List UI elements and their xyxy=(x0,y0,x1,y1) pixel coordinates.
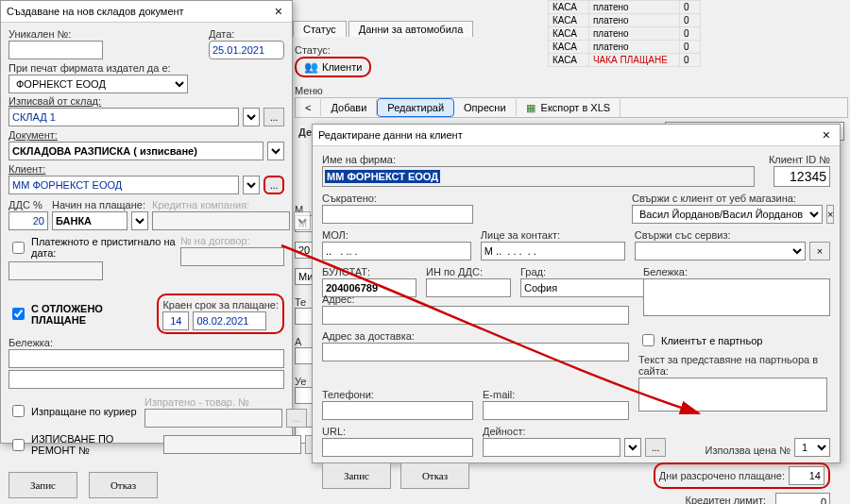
mol-input[interactable] xyxy=(322,242,471,260)
table-row: КАСАплатено0 xyxy=(549,1,701,14)
firm-name-input[interactable]: ММ ФОРНЕКСТ ЕООД xyxy=(322,166,755,187)
left-note-input-1[interactable] xyxy=(8,349,284,368)
courier-label: Изпращане по куриер xyxy=(31,406,137,417)
partner-text-label: Текст за представяне на партньора в сайт… xyxy=(638,354,827,377)
deadline-date-input[interactable] xyxy=(193,311,266,330)
edit-button[interactable]: Редактирай xyxy=(377,98,454,117)
address-input[interactable] xyxy=(322,306,629,325)
courier-checkbox[interactable] xyxy=(12,405,25,417)
contract-no-label: № на договор: xyxy=(180,235,284,246)
client-id-input[interactable] xyxy=(774,166,830,187)
credit-company-select xyxy=(294,211,311,230)
print-firm-label: При печат фирмата издател да е: xyxy=(8,62,284,74)
repair-checkbox[interactable] xyxy=(12,439,25,451)
credit-limit-label: Кредитен лимит: xyxy=(686,495,767,504)
date-label: Дата: xyxy=(209,28,284,40)
payment-arrived-label: Платежното е пристигнало на дата: xyxy=(31,236,177,259)
dds-input[interactable] xyxy=(8,211,48,230)
tab-car-data[interactable]: Данни за автомобила xyxy=(348,21,474,37)
dlg-cancel-button[interactable]: Отказ xyxy=(400,462,469,489)
deferred-payment-label: С ОТЛОЖЕНО ПЛАЩАНЕ xyxy=(31,303,153,326)
contact-label: Лице за контакт: xyxy=(481,229,625,241)
left-note-input-2[interactable] xyxy=(8,370,284,389)
activity-input[interactable] xyxy=(483,438,620,457)
contract-no-input xyxy=(180,247,284,266)
short-label: Съкратено: xyxy=(322,193,473,204)
service-link-select[interactable] xyxy=(635,242,806,260)
shipped-no-input xyxy=(144,409,282,428)
date-input[interactable] xyxy=(209,41,284,59)
client-select[interactable] xyxy=(243,176,260,194)
from-store-browse-button[interactable]: ... xyxy=(264,108,284,126)
deferred-payment-checkbox[interactable] xyxy=(12,308,25,320)
back-button[interactable]: < xyxy=(296,99,321,116)
url-label: URL: xyxy=(322,426,473,437)
left-save-button[interactable]: Запис xyxy=(8,472,77,498)
payment-arrived-checkbox[interactable] xyxy=(12,242,25,254)
unique-no-input[interactable] xyxy=(8,41,103,59)
client-label: Клиент: xyxy=(8,163,284,175)
shop-link-select[interactable]: Васил Йорданов/Васил Йорданов xyxy=(632,205,823,224)
toolbar: < Добави Редактирай Опресни ▦ Експорт в … xyxy=(295,97,848,118)
repair-label: ИЗПИСВАНЕ ПО РЕМОНТ № xyxy=(31,433,160,456)
dialog-title: Редактиране данни на клиент xyxy=(318,129,463,141)
menu-label: Меню xyxy=(295,85,848,96)
credit-limit-input[interactable] xyxy=(775,493,830,504)
credit-company-input xyxy=(152,211,290,230)
partner-checkbox[interactable] xyxy=(642,334,654,346)
activity-label: Дейност: xyxy=(483,426,629,437)
pay-select[interactable] xyxy=(131,211,148,230)
dlg-save-button[interactable]: Запис xyxy=(322,462,391,489)
doc-select[interactable] xyxy=(267,142,284,160)
partner-text-textarea[interactable] xyxy=(638,378,827,412)
deadline-days-input[interactable] xyxy=(162,311,189,330)
shop-link-label: Свържи с клиент от уеб магазина: xyxy=(632,193,830,204)
refresh-button[interactable]: Опресни xyxy=(454,99,516,116)
url-input[interactable] xyxy=(322,438,473,457)
from-store-select[interactable] xyxy=(243,108,260,126)
email-input[interactable] xyxy=(483,401,629,420)
firm-name-label: Име на фирма: xyxy=(322,154,755,165)
export-xls-button[interactable]: ▦ Експорт в XLS xyxy=(517,99,621,117)
price-no-select[interactable]: 1 xyxy=(794,438,830,457)
tab-status[interactable]: Статус xyxy=(293,21,347,37)
deferred-days-label: Дни разсрочено плащане: xyxy=(659,470,785,481)
dialog-close-icon[interactable]: × xyxy=(819,127,834,143)
dds-label: ДДС % xyxy=(8,199,48,210)
dlg-note-textarea[interactable] xyxy=(643,278,830,316)
delivery-addr-label: Адрес за доставка: xyxy=(322,330,629,342)
short-input[interactable] xyxy=(322,205,473,224)
contact-input[interactable] xyxy=(481,242,625,260)
doc-input[interactable] xyxy=(8,142,264,160)
client-browse-button[interactable]: ... xyxy=(264,176,284,194)
service-link-clear-button[interactable]: × xyxy=(809,242,830,260)
shipped-browse-button: ... xyxy=(286,409,307,428)
client-input[interactable] xyxy=(8,176,239,194)
payment-date-input xyxy=(8,261,103,280)
from-store-label: Изписвай от склад: xyxy=(8,95,284,107)
from-store-input[interactable] xyxy=(8,108,239,126)
shop-link-clear-button[interactable]: × xyxy=(826,205,834,224)
phones-input[interactable] xyxy=(322,401,473,420)
deadline-label: Краен срок за плащане: xyxy=(162,299,279,311)
left-cancel-button[interactable]: Отказ xyxy=(89,472,158,498)
print-firm-select[interactable]: ФОРНЕКСТ ЕООД xyxy=(8,75,188,93)
vat-label: ИН по ДДС: xyxy=(426,266,511,277)
close-icon[interactable]: × xyxy=(271,4,286,19)
doc-label: Документ: xyxy=(8,129,284,141)
status-label: Статус: xyxy=(295,44,848,56)
delivery-addr-input[interactable] xyxy=(322,343,629,361)
window-title: Създаване на нов складов документ xyxy=(7,6,184,17)
add-button[interactable]: Добави xyxy=(321,99,377,116)
edit-client-dialog: Редактиране данни на клиент × Име на фир… xyxy=(312,124,841,463)
client-id-label: Клиент ID № xyxy=(769,154,830,165)
left-note-label: Бележка: xyxy=(8,337,284,348)
clients-button[interactable]: 👥 Клиенти xyxy=(295,57,371,77)
xls-icon: ▦ xyxy=(526,102,536,113)
service-link-label: Свържи със сервиз: xyxy=(635,229,830,241)
dlg-note-label: Бележка: xyxy=(643,266,830,277)
pay-input[interactable] xyxy=(52,211,128,230)
address-label: Адрес: xyxy=(322,294,629,305)
shipped-label: Изпратено - товар. № xyxy=(144,396,307,408)
deferred-days-input[interactable] xyxy=(789,466,824,485)
